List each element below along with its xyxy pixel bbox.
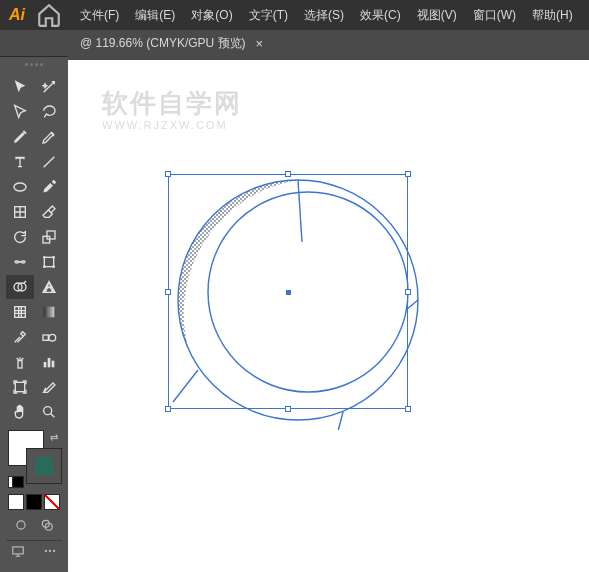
selection-handle-nw[interactable] bbox=[165, 171, 171, 177]
hand-tool[interactable] bbox=[6, 400, 34, 424]
menu-edit[interactable]: 编辑(E) bbox=[127, 0, 183, 30]
svg-rect-16 bbox=[43, 362, 46, 367]
watermark: 软件自学网 WWW.RJZXW.COM bbox=[102, 86, 242, 131]
document-tab-bar: @ 119.66% (CMYK/GPU 预览) × bbox=[0, 30, 589, 56]
stroke-swatch[interactable] bbox=[26, 448, 62, 484]
app-logo-icon: Ai bbox=[4, 2, 30, 28]
ellipse-tool[interactable] bbox=[6, 175, 34, 199]
selection-tool[interactable] bbox=[6, 75, 34, 99]
shape-builder-tool[interactable] bbox=[6, 275, 34, 299]
close-icon[interactable]: × bbox=[256, 36, 264, 51]
menu-effect[interactable]: 效果(C) bbox=[352, 0, 409, 30]
document-tab[interactable]: @ 119.66% (CMYK/GPU 预览) × bbox=[70, 30, 273, 56]
watermark-line2: WWW.RJZXW.COM bbox=[102, 119, 242, 131]
menu-window[interactable]: 窗口(W) bbox=[465, 0, 524, 30]
draw-behind-icon[interactable] bbox=[36, 516, 58, 534]
color-mode-none[interactable] bbox=[44, 494, 60, 510]
selection-handle-n[interactable] bbox=[285, 171, 291, 177]
selection-handle-e[interactable] bbox=[405, 289, 411, 295]
zoom-tool[interactable] bbox=[35, 400, 63, 424]
svg-rect-24 bbox=[13, 546, 24, 553]
watermark-line1: 软件自学网 bbox=[102, 86, 242, 121]
selection-handle-w[interactable] bbox=[165, 289, 171, 295]
svg-rect-3 bbox=[47, 231, 55, 239]
lasso-tool[interactable] bbox=[35, 100, 63, 124]
menu-help[interactable]: 帮助(H) bbox=[524, 0, 581, 30]
color-mode-row bbox=[8, 494, 60, 510]
selection-handle-ne[interactable] bbox=[405, 171, 411, 177]
canvas-area: 软件自学网 WWW.RJZXW.COM bbox=[68, 56, 589, 572]
magic-wand-tool[interactable] bbox=[35, 75, 63, 99]
rotate-tool[interactable] bbox=[6, 225, 34, 249]
width-tool[interactable] bbox=[6, 250, 34, 274]
svg-rect-19 bbox=[15, 382, 24, 391]
menu-view[interactable]: 视图(V) bbox=[409, 0, 465, 30]
home-icon[interactable] bbox=[36, 2, 62, 28]
menu-bar: Ai 文件(F) 编辑(E) 对象(O) 文字(T) 选择(S) 效果(C) 视… bbox=[0, 0, 589, 30]
svg-point-14 bbox=[49, 334, 56, 341]
symbol-sprayer-tool[interactable] bbox=[6, 350, 34, 374]
screen-mode-icon[interactable] bbox=[11, 544, 25, 562]
selection-handle-s[interactable] bbox=[285, 406, 291, 412]
toolbox-panel: ⇄ bbox=[0, 56, 68, 572]
svg-line-35 bbox=[328, 412, 343, 430]
direct-selection-tool[interactable] bbox=[6, 100, 34, 124]
selection-handle-se[interactable] bbox=[405, 406, 411, 412]
eraser-tool[interactable] bbox=[35, 200, 63, 224]
column-graph-tool[interactable] bbox=[35, 350, 63, 374]
svg-point-8 bbox=[53, 266, 54, 267]
slice-tool[interactable] bbox=[35, 375, 63, 399]
svg-rect-11 bbox=[14, 307, 25, 318]
svg-rect-13 bbox=[43, 335, 48, 340]
eyedropper-tool[interactable] bbox=[6, 325, 34, 349]
svg-point-26 bbox=[49, 549, 51, 551]
panel-grip-icon[interactable] bbox=[18, 63, 50, 71]
artboard[interactable]: 软件自学网 WWW.RJZXW.COM bbox=[68, 60, 589, 572]
svg-point-5 bbox=[43, 257, 44, 258]
svg-rect-17 bbox=[47, 358, 50, 367]
svg-point-0 bbox=[14, 183, 26, 191]
menu-file[interactable]: 文件(F) bbox=[72, 0, 127, 30]
swap-fill-stroke-icon[interactable]: ⇄ bbox=[50, 432, 58, 443]
svg-rect-18 bbox=[51, 361, 54, 368]
menu-select[interactable]: 选择(S) bbox=[296, 0, 352, 30]
svg-point-25 bbox=[45, 549, 47, 551]
type-tool[interactable] bbox=[6, 150, 34, 174]
gradient-tool[interactable] bbox=[35, 300, 63, 324]
svg-point-6 bbox=[53, 257, 54, 258]
menu-type[interactable]: 文字(T) bbox=[241, 0, 296, 30]
perspective-grid-tool[interactable] bbox=[35, 275, 63, 299]
svg-rect-4 bbox=[44, 257, 53, 266]
selection-center-icon bbox=[286, 290, 291, 295]
line-segment-tool[interactable] bbox=[35, 150, 63, 174]
default-fill-stroke-icon-2 bbox=[12, 476, 24, 488]
artboard-tool[interactable] bbox=[6, 375, 34, 399]
svg-point-7 bbox=[43, 266, 44, 267]
curvature-tool[interactable] bbox=[35, 125, 63, 149]
shaper-tool[interactable] bbox=[6, 200, 34, 224]
color-mode-gradient[interactable] bbox=[26, 494, 42, 510]
draw-normal-icon[interactable] bbox=[10, 516, 32, 534]
screen-mode-row bbox=[10, 516, 58, 534]
tool-grid bbox=[6, 75, 63, 424]
menu-object[interactable]: 对象(O) bbox=[183, 0, 240, 30]
selection-handle-sw[interactable] bbox=[165, 406, 171, 412]
color-mode-solid[interactable] bbox=[8, 494, 24, 510]
pen-tool[interactable] bbox=[6, 125, 34, 149]
svg-point-21 bbox=[17, 521, 25, 529]
selection-bounding-box[interactable] bbox=[168, 174, 408, 409]
document-tab-label: @ 119.66% (CMYK/GPU 预览) bbox=[80, 35, 246, 52]
scale-tool[interactable] bbox=[35, 225, 63, 249]
mesh-tool[interactable] bbox=[6, 300, 34, 324]
blend-tool[interactable] bbox=[35, 325, 63, 349]
svg-rect-15 bbox=[18, 361, 22, 368]
paintbrush-tool[interactable] bbox=[35, 175, 63, 199]
svg-point-27 bbox=[53, 549, 55, 551]
screen-mode-bar bbox=[6, 540, 62, 564]
svg-rect-12 bbox=[43, 307, 54, 318]
fill-stroke-swatch[interactable]: ⇄ bbox=[6, 430, 62, 486]
edit-toolbar-icon[interactable] bbox=[43, 544, 57, 562]
free-transform-tool[interactable] bbox=[35, 250, 63, 274]
